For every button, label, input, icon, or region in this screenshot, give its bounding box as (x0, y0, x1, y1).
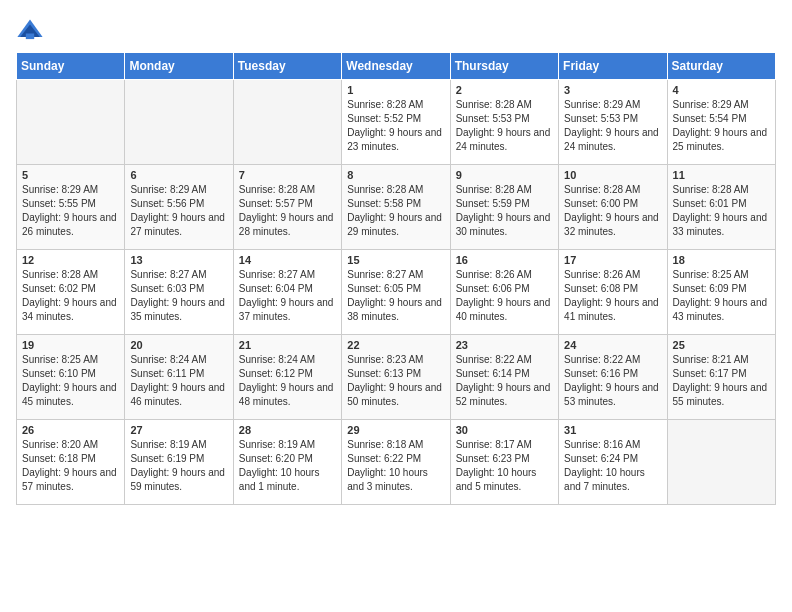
calendar-header: SundayMondayTuesdayWednesdayThursdayFrid… (17, 53, 776, 80)
calendar-cell: 7Sunrise: 8:28 AMSunset: 5:57 PMDaylight… (233, 165, 341, 250)
calendar-cell: 14Sunrise: 8:27 AMSunset: 6:04 PMDayligh… (233, 250, 341, 335)
calendar-cell: 3Sunrise: 8:29 AMSunset: 5:53 PMDaylight… (559, 80, 667, 165)
day-info: Sunrise: 8:28 AMSunset: 5:59 PMDaylight:… (456, 183, 553, 239)
day-number: 19 (22, 339, 119, 351)
day-number: 8 (347, 169, 444, 181)
calendar-cell: 21Sunrise: 8:24 AMSunset: 6:12 PMDayligh… (233, 335, 341, 420)
day-number: 24 (564, 339, 661, 351)
weekday-header-monday: Monday (125, 53, 233, 80)
day-number: 10 (564, 169, 661, 181)
day-number: 12 (22, 254, 119, 266)
calendar-cell: 25Sunrise: 8:21 AMSunset: 6:17 PMDayligh… (667, 335, 775, 420)
calendar-cell: 27Sunrise: 8:19 AMSunset: 6:19 PMDayligh… (125, 420, 233, 505)
day-info: Sunrise: 8:29 AMSunset: 5:56 PMDaylight:… (130, 183, 227, 239)
day-number: 7 (239, 169, 336, 181)
day-number: 3 (564, 84, 661, 96)
day-info: Sunrise: 8:19 AMSunset: 6:19 PMDaylight:… (130, 438, 227, 494)
calendar-cell: 22Sunrise: 8:23 AMSunset: 6:13 PMDayligh… (342, 335, 450, 420)
weekday-header-wednesday: Wednesday (342, 53, 450, 80)
logo (16, 16, 48, 44)
day-info: Sunrise: 8:28 AMSunset: 5:52 PMDaylight:… (347, 98, 444, 154)
day-info: Sunrise: 8:17 AMSunset: 6:23 PMDaylight:… (456, 438, 553, 494)
calendar-cell: 18Sunrise: 8:25 AMSunset: 6:09 PMDayligh… (667, 250, 775, 335)
day-info: Sunrise: 8:25 AMSunset: 6:09 PMDaylight:… (673, 268, 770, 324)
day-info: Sunrise: 8:29 AMSunset: 5:55 PMDaylight:… (22, 183, 119, 239)
weekday-header-row: SundayMondayTuesdayWednesdayThursdayFrid… (17, 53, 776, 80)
day-info: Sunrise: 8:21 AMSunset: 6:17 PMDaylight:… (673, 353, 770, 409)
page-header (16, 16, 776, 44)
svg-rect-3 (26, 34, 34, 40)
calendar-week-3: 12Sunrise: 8:28 AMSunset: 6:02 PMDayligh… (17, 250, 776, 335)
day-info: Sunrise: 8:28 AMSunset: 5:57 PMDaylight:… (239, 183, 336, 239)
day-info: Sunrise: 8:28 AMSunset: 5:58 PMDaylight:… (347, 183, 444, 239)
day-number: 5 (22, 169, 119, 181)
day-info: Sunrise: 8:29 AMSunset: 5:53 PMDaylight:… (564, 98, 661, 154)
day-number: 23 (456, 339, 553, 351)
day-info: Sunrise: 8:16 AMSunset: 6:24 PMDaylight:… (564, 438, 661, 494)
day-number: 27 (130, 424, 227, 436)
calendar-cell: 9Sunrise: 8:28 AMSunset: 5:59 PMDaylight… (450, 165, 558, 250)
day-number: 21 (239, 339, 336, 351)
calendar-cell: 28Sunrise: 8:19 AMSunset: 6:20 PMDayligh… (233, 420, 341, 505)
day-number: 1 (347, 84, 444, 96)
day-info: Sunrise: 8:26 AMSunset: 6:08 PMDaylight:… (564, 268, 661, 324)
calendar-week-5: 26Sunrise: 8:20 AMSunset: 6:18 PMDayligh… (17, 420, 776, 505)
calendar-cell: 30Sunrise: 8:17 AMSunset: 6:23 PMDayligh… (450, 420, 558, 505)
day-number: 13 (130, 254, 227, 266)
calendar-cell: 12Sunrise: 8:28 AMSunset: 6:02 PMDayligh… (17, 250, 125, 335)
day-number: 31 (564, 424, 661, 436)
calendar-cell: 24Sunrise: 8:22 AMSunset: 6:16 PMDayligh… (559, 335, 667, 420)
day-number: 15 (347, 254, 444, 266)
day-number: 22 (347, 339, 444, 351)
calendar-cell: 29Sunrise: 8:18 AMSunset: 6:22 PMDayligh… (342, 420, 450, 505)
day-info: Sunrise: 8:28 AMSunset: 6:01 PMDaylight:… (673, 183, 770, 239)
calendar-cell: 13Sunrise: 8:27 AMSunset: 6:03 PMDayligh… (125, 250, 233, 335)
calendar-body: 1Sunrise: 8:28 AMSunset: 5:52 PMDaylight… (17, 80, 776, 505)
calendar-cell: 20Sunrise: 8:24 AMSunset: 6:11 PMDayligh… (125, 335, 233, 420)
day-info: Sunrise: 8:28 AMSunset: 6:02 PMDaylight:… (22, 268, 119, 324)
day-info: Sunrise: 8:22 AMSunset: 6:16 PMDaylight:… (564, 353, 661, 409)
calendar-table: SundayMondayTuesdayWednesdayThursdayFrid… (16, 52, 776, 505)
weekday-header-sunday: Sunday (17, 53, 125, 80)
day-info: Sunrise: 8:27 AMSunset: 6:05 PMDaylight:… (347, 268, 444, 324)
calendar-cell: 8Sunrise: 8:28 AMSunset: 5:58 PMDaylight… (342, 165, 450, 250)
day-number: 14 (239, 254, 336, 266)
day-number: 18 (673, 254, 770, 266)
weekday-header-thursday: Thursday (450, 53, 558, 80)
day-info: Sunrise: 8:18 AMSunset: 6:22 PMDaylight:… (347, 438, 444, 494)
day-number: 29 (347, 424, 444, 436)
day-number: 25 (673, 339, 770, 351)
day-info: Sunrise: 8:25 AMSunset: 6:10 PMDaylight:… (22, 353, 119, 409)
calendar-cell: 31Sunrise: 8:16 AMSunset: 6:24 PMDayligh… (559, 420, 667, 505)
calendar-cell (125, 80, 233, 165)
day-number: 16 (456, 254, 553, 266)
day-number: 30 (456, 424, 553, 436)
weekday-header-saturday: Saturday (667, 53, 775, 80)
day-info: Sunrise: 8:27 AMSunset: 6:03 PMDaylight:… (130, 268, 227, 324)
day-number: 17 (564, 254, 661, 266)
day-info: Sunrise: 8:20 AMSunset: 6:18 PMDaylight:… (22, 438, 119, 494)
day-info: Sunrise: 8:29 AMSunset: 5:54 PMDaylight:… (673, 98, 770, 154)
calendar-cell: 11Sunrise: 8:28 AMSunset: 6:01 PMDayligh… (667, 165, 775, 250)
day-info: Sunrise: 8:28 AMSunset: 6:00 PMDaylight:… (564, 183, 661, 239)
calendar-cell (667, 420, 775, 505)
calendar-cell (17, 80, 125, 165)
day-number: 11 (673, 169, 770, 181)
day-info: Sunrise: 8:19 AMSunset: 6:20 PMDaylight:… (239, 438, 336, 494)
day-number: 20 (130, 339, 227, 351)
calendar-cell: 16Sunrise: 8:26 AMSunset: 6:06 PMDayligh… (450, 250, 558, 335)
weekday-header-tuesday: Tuesday (233, 53, 341, 80)
calendar-cell: 4Sunrise: 8:29 AMSunset: 5:54 PMDaylight… (667, 80, 775, 165)
calendar-week-1: 1Sunrise: 8:28 AMSunset: 5:52 PMDaylight… (17, 80, 776, 165)
weekday-header-friday: Friday (559, 53, 667, 80)
calendar-cell: 2Sunrise: 8:28 AMSunset: 5:53 PMDaylight… (450, 80, 558, 165)
day-info: Sunrise: 8:23 AMSunset: 6:13 PMDaylight:… (347, 353, 444, 409)
calendar-cell: 1Sunrise: 8:28 AMSunset: 5:52 PMDaylight… (342, 80, 450, 165)
day-info: Sunrise: 8:24 AMSunset: 6:11 PMDaylight:… (130, 353, 227, 409)
calendar-cell: 19Sunrise: 8:25 AMSunset: 6:10 PMDayligh… (17, 335, 125, 420)
calendar-cell: 10Sunrise: 8:28 AMSunset: 6:00 PMDayligh… (559, 165, 667, 250)
day-info: Sunrise: 8:24 AMSunset: 6:12 PMDaylight:… (239, 353, 336, 409)
logo-icon (16, 16, 44, 44)
calendar-cell: 6Sunrise: 8:29 AMSunset: 5:56 PMDaylight… (125, 165, 233, 250)
day-info: Sunrise: 8:26 AMSunset: 6:06 PMDaylight:… (456, 268, 553, 324)
